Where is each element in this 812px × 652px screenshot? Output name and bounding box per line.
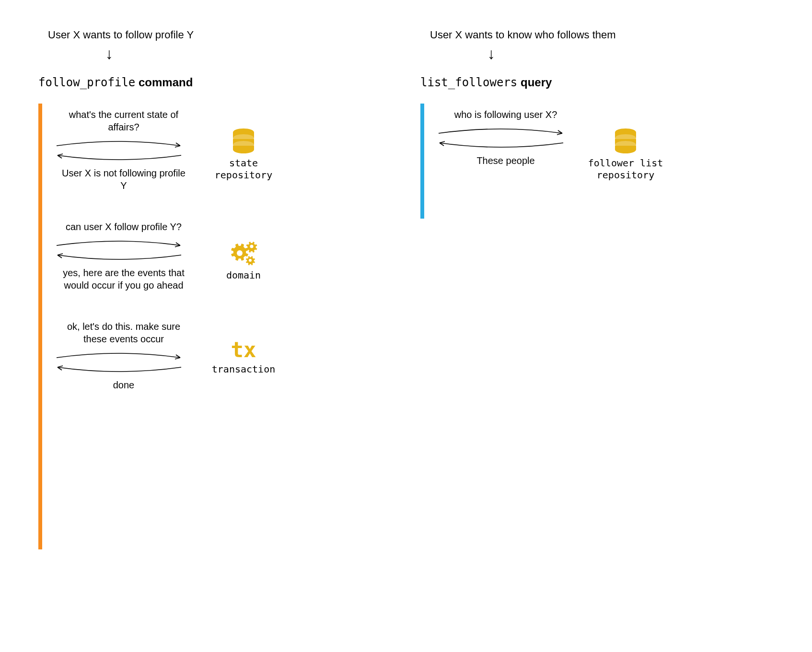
- svg-point-5: [249, 259, 252, 262]
- down-arrow-icon: ↓: [487, 46, 774, 61]
- target-node: tx transaction: [205, 339, 282, 375]
- svg-point-4: [250, 245, 254, 248]
- bidir-arrows-icon: [434, 124, 578, 152]
- query-steps: who is following user X? These people: [434, 104, 774, 219]
- target-label: transaction: [212, 363, 275, 375]
- query-intent: User X wants to know who follows them: [430, 29, 774, 41]
- exchange: what's the current state of affairs? Use…: [52, 108, 196, 192]
- bidir-arrows-icon: [52, 348, 196, 377]
- command-flow: what's the current state of affairs? Use…: [38, 104, 392, 549]
- database-icon: [230, 128, 257, 154]
- flow-step: ok, let's do this. make sure these event…: [52, 320, 392, 391]
- target-node: follower list repository: [587, 128, 664, 181]
- message-out: who is following user X?: [443, 108, 568, 121]
- database-icon: [612, 128, 639, 154]
- bidir-arrows-icon: [52, 236, 196, 265]
- command-heading-kind: command: [135, 76, 193, 89]
- query-heading-code: list_followers: [420, 76, 517, 89]
- query-heading-kind: query: [517, 76, 552, 89]
- target-label: follower list repository: [587, 157, 664, 181]
- bidir-arrows-icon: [52, 136, 196, 165]
- tx-icon: tx: [231, 339, 256, 361]
- message-out: what's the current state of affairs?: [61, 108, 186, 133]
- query-heading: list_followers query: [420, 76, 774, 89]
- svg-point-3: [237, 250, 243, 256]
- message-back: User X is not following profile Y: [61, 167, 186, 192]
- message-out: ok, let's do this. make sure these event…: [61, 320, 186, 345]
- target-node: state repository: [205, 128, 282, 181]
- message-back: yes, here are the events that would occu…: [61, 267, 186, 291]
- message-back: These people: [443, 154, 568, 167]
- exchange: ok, let's do this. make sure these event…: [52, 320, 196, 391]
- query-bar: [420, 104, 424, 219]
- flow-step: who is following user X? These people: [434, 108, 774, 181]
- flow-step: what's the current state of affairs? Use…: [52, 108, 392, 192]
- flow-step: can user X follow profile Y? yes, here a…: [52, 221, 392, 291]
- command-column: User X wants to follow profile Y ↓ follo…: [38, 29, 392, 549]
- message-back: done: [61, 379, 186, 391]
- command-intent: User X wants to follow profile Y: [48, 29, 392, 41]
- gears-icon: [228, 240, 259, 267]
- target-node: domain: [205, 240, 282, 281]
- query-column: User X wants to know who follows them ↓ …: [420, 29, 774, 549]
- target-label: domain: [226, 269, 261, 281]
- down-arrow-icon: ↓: [105, 46, 392, 61]
- command-bar: [38, 104, 42, 549]
- command-heading-code: follow_profile: [38, 76, 135, 89]
- command-heading: follow_profile command: [38, 76, 392, 89]
- exchange: who is following user X? These people: [434, 108, 578, 167]
- target-label: state repository: [205, 157, 282, 181]
- command-steps: what's the current state of affairs? Use…: [52, 104, 392, 549]
- message-out: can user X follow profile Y?: [61, 221, 186, 233]
- exchange: can user X follow profile Y? yes, here a…: [52, 221, 196, 291]
- query-flow: who is following user X? These people: [420, 104, 774, 219]
- diagram-columns: User X wants to follow profile Y ↓ follo…: [38, 29, 774, 549]
